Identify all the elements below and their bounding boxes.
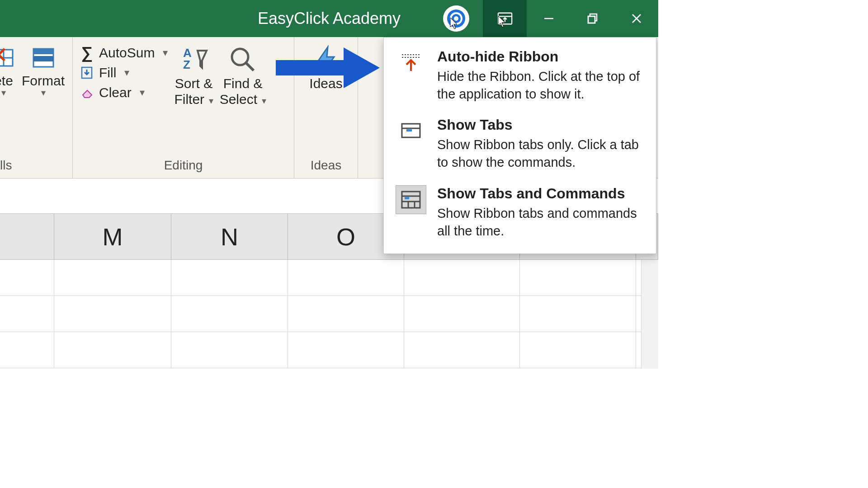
sort-filter-label-2: Filter xyxy=(174,92,204,107)
svg-point-24 xyxy=(232,49,248,65)
eraser-icon xyxy=(80,86,94,99)
column-header-m[interactable]: M xyxy=(54,214,171,259)
title-bar: EasyClick Academy xyxy=(0,0,658,37)
svg-rect-32 xyxy=(402,192,420,208)
fill-label: Fill xyxy=(99,65,116,80)
format-cells-icon xyxy=(31,45,56,70)
maximize-icon xyxy=(586,12,599,25)
autosum-button[interactable]: ∑ AutoSum ▾ xyxy=(80,45,168,61)
clear-label: Clear xyxy=(99,85,132,100)
minimize-icon xyxy=(542,12,556,25)
account-avatar[interactable] xyxy=(443,5,469,32)
svg-rect-8 xyxy=(588,16,595,23)
callout-arrow xyxy=(276,47,380,88)
svg-text:Z: Z xyxy=(183,58,190,71)
find-select-label-2: Select xyxy=(220,92,257,107)
menu-item-desc: Hide the Ribbon. Click at the top of the… xyxy=(437,68,644,103)
sort-filter-icon: A Z xyxy=(179,45,208,74)
svg-rect-19 xyxy=(33,56,53,61)
find-select-button[interactable]: Find & Select ▾ xyxy=(220,45,266,107)
menu-item-show-tabs-commands[interactable]: Show Tabs and Commands Show Ribbon tabs … xyxy=(384,180,656,248)
ribbon-display-options-menu: Auto-hide Ribbon Hide the Ribbon. Click … xyxy=(383,37,656,254)
maximize-button[interactable] xyxy=(571,0,614,37)
spreadsheet-grid[interactable] xyxy=(0,260,658,368)
menu-item-title: Auto-hide Ribbon xyxy=(437,48,644,65)
chevron-down-icon: ▾ xyxy=(163,47,168,59)
vertical-scrollbar[interactable] xyxy=(641,260,658,369)
column-header-n[interactable]: N xyxy=(171,214,288,259)
menu-item-desc: Show Ribbon tabs and commands all the ti… xyxy=(437,205,644,240)
autosum-label: AutoSum xyxy=(99,45,155,61)
svg-point-3 xyxy=(454,16,458,21)
svg-line-25 xyxy=(246,63,254,70)
arrow-right-icon xyxy=(276,47,380,88)
ribbon-display-options-icon xyxy=(497,12,513,25)
chevron-down-icon: ▾ xyxy=(124,67,129,79)
ribbon-group-editing: ∑ AutoSum ▾ Fill ▾ Clear ▾ xyxy=(73,37,294,178)
chevron-down-icon: ▾ xyxy=(206,96,213,106)
minimize-button[interactable] xyxy=(527,0,571,37)
show-tabs-commands-icon xyxy=(396,185,426,214)
account-avatar-icon xyxy=(446,9,466,28)
chevron-down-icon: ▾ xyxy=(1,91,6,94)
svg-marker-26 xyxy=(276,47,380,88)
fill-down-icon xyxy=(80,66,94,80)
svg-rect-18 xyxy=(33,49,53,54)
delete-cells-icon xyxy=(0,45,16,70)
sigma-icon: ∑ xyxy=(80,46,94,60)
clear-button[interactable]: Clear ▾ xyxy=(80,85,168,100)
format-button[interactable]: Format ▾ xyxy=(22,45,65,94)
svg-rect-31 xyxy=(406,129,412,131)
column-header[interactable] xyxy=(0,214,54,259)
svg-marker-21 xyxy=(83,90,92,98)
ribbon-group-cells: ete ▾ Format ▾ lls xyxy=(0,37,73,178)
svg-rect-37 xyxy=(405,197,409,199)
menu-item-auto-hide-ribbon[interactable]: Auto-hide Ribbon Hide the Ribbon. Click … xyxy=(384,43,656,111)
app-title: EasyClick Academy xyxy=(258,9,401,28)
auto-hide-icon xyxy=(396,48,426,77)
format-label: Format xyxy=(22,73,65,89)
close-button[interactable] xyxy=(614,0,658,37)
show-tabs-icon xyxy=(396,117,426,145)
menu-item-title: Show Tabs and Commands xyxy=(437,185,644,202)
chevron-down-icon: ▾ xyxy=(41,91,46,94)
close-icon xyxy=(630,12,643,25)
delete-button[interactable]: ete ▾ xyxy=(0,45,16,94)
magnifier-icon xyxy=(228,45,257,74)
find-select-label-1: Find & xyxy=(223,76,263,92)
chevron-down-icon: ▾ xyxy=(259,96,266,106)
sort-filter-label-1: Sort & xyxy=(175,76,212,92)
menu-item-title: Show Tabs xyxy=(437,117,644,133)
sort-filter-button[interactable]: A Z Sort & Filter ▾ xyxy=(174,45,213,107)
chevron-down-icon: ▾ xyxy=(140,87,145,99)
group-label-cells: lls xyxy=(0,158,65,175)
ribbon-display-options-button[interactable] xyxy=(483,0,527,37)
delete-label-fragment: ete xyxy=(0,73,13,89)
fill-button[interactable]: Fill ▾ xyxy=(80,65,168,80)
menu-item-show-tabs[interactable]: Show Tabs Show Ribbon tabs only. Click a… xyxy=(384,111,656,179)
group-label-ideas: Ideas xyxy=(302,158,350,175)
menu-item-desc: Show Ribbon tabs only. Click a tab to sh… xyxy=(437,136,644,171)
group-label-editing: Editing xyxy=(80,158,287,175)
